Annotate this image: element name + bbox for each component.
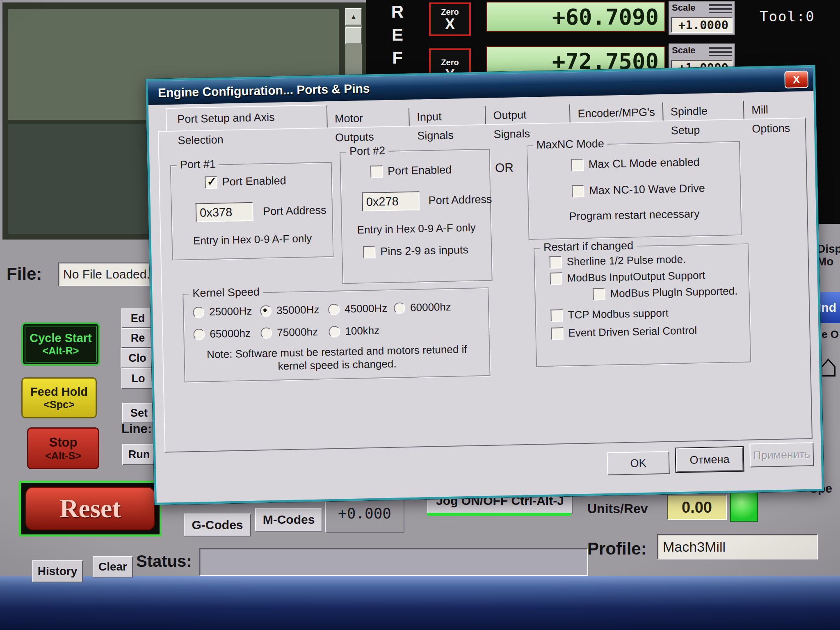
restart-group: Restart if changed Sherline 1/2 Pulse mo… (534, 244, 751, 367)
close-gcode-button-partial[interactable]: Clo (121, 348, 154, 368)
max-nc10-label: Max NC-10 Wave Drive (589, 182, 705, 197)
tab-output-signals[interactable]: Output Signals (486, 105, 571, 125)
x-axis-label: X (445, 17, 455, 32)
scroll-up-arrow[interactable]: ▲ (345, 8, 362, 25)
line-label-partial: Line: (121, 422, 152, 436)
goto-zero-home-icon[interactable]: ⌂ (819, 349, 838, 381)
port2-enabled-checkbox[interactable] (370, 165, 383, 178)
port2-legend: Port #2 (346, 144, 389, 158)
tcp-modbus-label: TCP Modbus support (568, 307, 669, 322)
ref-all-letter[interactable]: F (385, 47, 410, 69)
kernel-35000-radio[interactable] (260, 305, 272, 317)
modbus-plugin-checkbox[interactable] (593, 288, 605, 300)
cycle-start-label: Cycle Start (30, 331, 92, 345)
tab-mill-options[interactable]: Mill Options (744, 99, 814, 120)
kernel-45000-label: 45000Hz (345, 302, 388, 315)
kernel-60000-radio[interactable] (394, 302, 406, 314)
mcodes-button[interactable]: M-Codes (255, 508, 322, 532)
tcp-modbus-checkbox[interactable] (550, 309, 563, 322)
kernel-100khz-radio[interactable] (329, 326, 340, 338)
modbus-io-checkbox[interactable] (550, 272, 562, 285)
tab-encoder-mpg[interactable]: Encoder/MPG's (570, 103, 663, 123)
reset-button[interactable]: Reset (19, 481, 162, 536)
spindle-led-indicator (730, 491, 758, 522)
cycle-start-hotkey: <Alt-R> (43, 345, 79, 357)
kernel-25000-radio[interactable] (193, 306, 205, 318)
kernel-speed-group: Kernel Speed 25000Hz 35000Hz 45000Hz 600… (183, 288, 490, 383)
stop-label: Stop (49, 435, 78, 450)
kernel-45000-radio[interactable] (328, 304, 340, 315)
port2-group: Port #2 Port Enabled Port Address Entry … (340, 149, 493, 284)
edit-gcode-button-partial[interactable]: Ed (121, 308, 154, 328)
gcodes-button[interactable]: G-Codes (184, 514, 251, 536)
feed-hold-hotkey: <Spc> (43, 399, 74, 411)
kernel-75000-radio[interactable] (260, 327, 272, 339)
port1-hint: Entry in Hex 0-9 A-F only (172, 232, 333, 248)
status-field (199, 548, 588, 576)
maxnc-group: MaxNC Mode Max CL Mode enabled Max NC-10… (527, 141, 742, 240)
restart-legend: Restart if changed (540, 239, 637, 254)
z-inhibit-value[interactable]: +0.000 (326, 505, 404, 522)
kernel-75000-label: 75000hz (277, 326, 318, 339)
port2-hint: Entry in Hex 0-9 A-F only (342, 221, 491, 237)
modbus-io-label: ModBus InputOutput Support (567, 269, 705, 285)
file-label: File: (7, 264, 42, 284)
tab-motor-outputs[interactable]: Motor Outputs (327, 108, 410, 128)
port1-address-input[interactable] (196, 202, 253, 222)
port2-address-label: Port Address (428, 193, 492, 207)
port2-enabled-label: Port Enabled (388, 164, 452, 178)
ref-all-letter[interactable]: R (385, 1, 410, 23)
sherline-checkbox[interactable] (550, 256, 562, 269)
tool-readout: Tool:0 (760, 8, 815, 25)
port2-pins-checkbox[interactable] (363, 246, 376, 258)
profile-field[interactable]: Mach3Mill (657, 534, 818, 559)
kernel-65000-label: 65000hz (210, 327, 251, 340)
units-rev-label: Units/Rev (587, 501, 648, 516)
cycle-start-button[interactable]: Cycle Start <Alt-R> (21, 322, 100, 366)
tab-input-signals[interactable]: Input Signals (409, 106, 486, 127)
load-gcode-button-partial[interactable]: Lo (121, 368, 155, 389)
scale-stripes-icon (709, 4, 732, 13)
stop-button[interactable]: Stop <Alt-S> (27, 427, 99, 469)
modbus-plugin-label: ModBus PlugIn Supported. (610, 285, 737, 300)
recent-file-button-partial[interactable]: Re (121, 328, 154, 348)
max-cl-checkbox[interactable] (571, 158, 584, 171)
ref-all-letter[interactable]: E (385, 24, 410, 46)
kernel-25000-label: 25000Hz (209, 305, 252, 318)
port2-pins-label: Pins 2-9 as inputs (380, 244, 468, 258)
port1-legend: Port #1 (176, 158, 219, 171)
zero-x-button[interactable]: Zero X (429, 2, 471, 36)
sherline-label: Sherline 1/2 Pulse mode. (567, 253, 686, 268)
history-button[interactable]: History (32, 560, 83, 582)
feed-hold-label: Feed Hold (30, 385, 88, 399)
apply-button: Применить (749, 442, 814, 467)
port1-enabled-checkbox[interactable] (205, 176, 217, 189)
cancel-button[interactable]: Отмена (676, 447, 743, 472)
ok-button[interactable]: OK (607, 451, 670, 475)
max-nc10-checkbox[interactable] (572, 185, 584, 197)
event-serial-label: Event Driven Serial Control (568, 324, 697, 340)
or-label: OR (495, 160, 514, 175)
kernel-65000-radio[interactable] (193, 329, 205, 340)
set-next-line-button-partial[interactable]: Set (122, 403, 156, 423)
x-dro-readout[interactable]: +60.7090 (486, 2, 665, 32)
scale-label: Scale (672, 45, 696, 56)
units-rev-value[interactable]: 0.00 (667, 495, 727, 520)
port1-address-label: Port Address (263, 204, 326, 218)
run-from-here-button-partial[interactable]: Run (122, 444, 156, 465)
feed-hold-button[interactable]: Feed Hold <Spc> (21, 377, 97, 418)
tab-spindle-setup[interactable]: Spindle Setup (663, 101, 744, 121)
scroll-thumb[interactable] (345, 27, 362, 44)
engine-configuration-dialog: Engine Configuration... Ports & Pins X P… (146, 65, 824, 505)
max-cl-label: Max CL Mode enabled (589, 156, 700, 171)
mach3-screen: ▲ R E F A Zero X +60.7090 Scale +1.0000 … (0, 0, 840, 630)
port2-address-input[interactable] (362, 191, 420, 211)
clear-button[interactable]: Clear (93, 556, 133, 578)
status-label: Status: (136, 552, 192, 571)
maxnc-legend: MaxNC Mode (533, 137, 608, 152)
maxnc-note: Program restart necessary (569, 208, 700, 223)
x-scale-value[interactable]: +1.0000 (671, 17, 733, 33)
close-icon[interactable]: X (784, 71, 808, 88)
bottom-blue-bar (0, 576, 840, 630)
event-serial-checkbox[interactable] (551, 327, 564, 340)
